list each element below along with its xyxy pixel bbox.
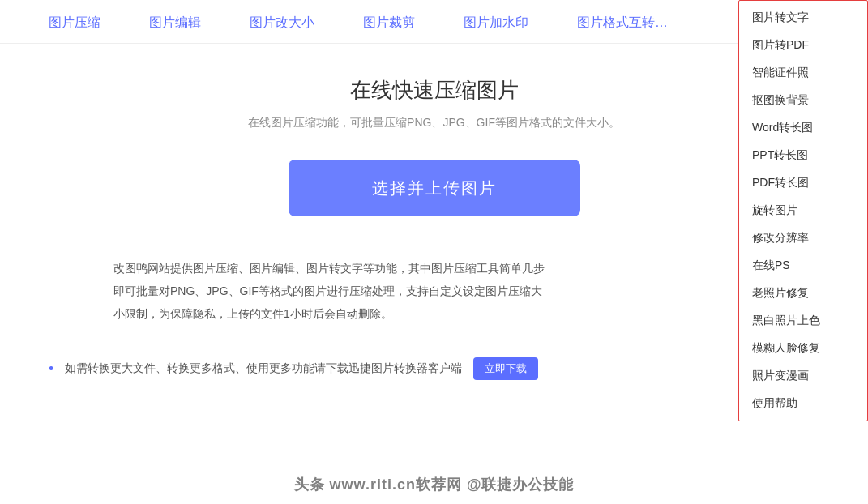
page-subtitle: 在线图片压缩功能，可批量压缩PNG、JPG、GIF等图片格式的文件大小。 xyxy=(248,116,620,130)
nav-convert[interactable]: 图片格式互转… xyxy=(577,15,668,32)
promo-text: 如需转换更大文件、转换更多格式、使用更多功能请下载迅捷图片转换器客户端 xyxy=(65,361,462,376)
dropdown-item[interactable]: 照片变漫画 xyxy=(739,362,867,390)
dropdown-item[interactable]: 模糊人脸修复 xyxy=(739,335,867,362)
dropdown-item[interactable]: 抠图换背景 xyxy=(739,87,867,114)
dropdown-item[interactable]: 图片转PDF xyxy=(739,32,867,59)
dropdown-item[interactable]: 在线PS xyxy=(739,252,867,280)
nav-crop[interactable]: 图片裁剪 xyxy=(363,15,415,32)
dropdown-item[interactable]: 智能证件照 xyxy=(739,59,867,87)
nav-edit[interactable]: 图片编辑 xyxy=(149,15,201,32)
upload-button[interactable]: 选择并上传图片 xyxy=(289,160,580,216)
page-wrapper: 图片压缩图片编辑图片改大小图片裁剪图片加水印图片格式互转… 更多工具… 在线快速… xyxy=(0,0,868,504)
dropdown-item[interactable]: 修改分辨率 xyxy=(739,224,867,252)
dropdown-item[interactable]: 旋转图片 xyxy=(739,197,867,224)
dropdown-item[interactable]: PDF转长图 xyxy=(739,169,867,197)
dropdown-menu: 图片转文字图片转PDF智能证件照抠图换背景Word转长图PPT转长图PDF转长图… xyxy=(738,0,868,421)
dropdown-item[interactable]: PPT转长图 xyxy=(739,142,867,169)
watermark: 头条 www.riti.cn软荐网 @联捷办公技能 xyxy=(294,475,575,494)
description-link: 改图鸭网站提供图片压缩、图片编辑、图片转文字等功能， xyxy=(113,262,408,275)
description-block: 改图鸭网站提供图片压缩、图片编辑、图片转文字等功能，其中图片压缩工具简单几步即可… xyxy=(49,257,616,325)
nav-watermark[interactable]: 图片加水印 xyxy=(464,15,528,32)
dropdown-item[interactable]: 使用帮助 xyxy=(739,390,867,417)
nav-resize[interactable]: 图片改大小 xyxy=(250,15,314,32)
page-title: 在线快速压缩图片 xyxy=(350,76,519,105)
dropdown-item[interactable]: 图片转文字 xyxy=(739,4,867,32)
dropdown-item[interactable]: 黑白照片上色 xyxy=(739,307,867,335)
dropdown-item[interactable]: Word转长图 xyxy=(739,114,867,142)
download-button[interactable]: 立即下载 xyxy=(473,357,538,380)
dropdown-item[interactable]: 老照片修复 xyxy=(739,280,867,307)
nav-compress[interactable]: 图片压缩 xyxy=(49,15,100,32)
promo-bar: 如需转换更大文件、转换更多格式、使用更多功能请下载迅捷图片转换器客户端 立即下载 xyxy=(49,357,538,380)
